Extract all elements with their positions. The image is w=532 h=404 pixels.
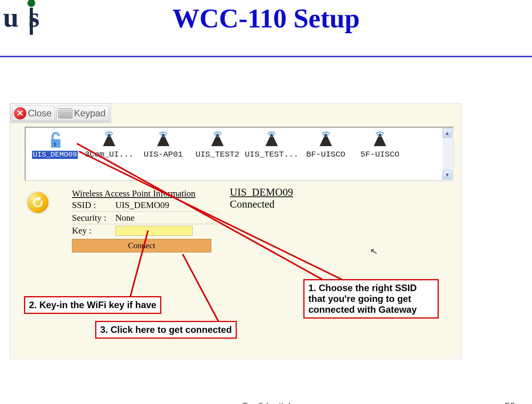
security-row: Security : None bbox=[72, 213, 219, 224]
callout-line-3 bbox=[182, 254, 219, 322]
ssid-value: UIS_DEMO09 bbox=[115, 200, 169, 210]
access-point-icon bbox=[154, 131, 173, 149]
ssid-item[interactable]: 5F-UISCO bbox=[353, 131, 407, 177]
scroll-down-icon[interactable]: ▼ bbox=[443, 170, 452, 179]
ssid-selected-label: UIS_DEMO09 bbox=[32, 151, 78, 159]
slide-header: u s WCC-110 Setup bbox=[0, 0, 532, 50]
keyboard-icon bbox=[58, 108, 72, 118]
scrollbar[interactable]: ▲ ▼ bbox=[443, 128, 452, 179]
info-title: Wireless Access Point Information bbox=[72, 189, 219, 199]
callout-2: 2. Key-in the WiFi key if have bbox=[24, 296, 161, 314]
ssid-item[interactable]: UIS_TEST2 bbox=[190, 131, 245, 177]
ssid-label: BF-UISCO bbox=[306, 150, 346, 159]
page-number: 58 bbox=[505, 401, 515, 404]
wifi-key-input[interactable] bbox=[115, 226, 193, 236]
app-screenshot: ✕ Close Keypad UIS_DEMO09 3Com_UI... UIS… bbox=[10, 104, 461, 359]
callout-3: 3. Click here to get connected bbox=[95, 321, 237, 339]
scroll-up-icon[interactable]: ▲ bbox=[443, 128, 452, 138]
close-button[interactable]: ✕ Close bbox=[12, 106, 55, 121]
cursor-icon: ↖ bbox=[369, 245, 379, 257]
keypad-button[interactable]: Keypad bbox=[56, 106, 109, 121]
access-point-icon bbox=[208, 131, 227, 149]
close-label: Close bbox=[28, 108, 51, 119]
ssid-label: UIS_TEST... bbox=[245, 150, 299, 159]
key-row: Key : bbox=[72, 226, 219, 237]
ssid-item[interactable]: BF-UISCO bbox=[299, 131, 353, 177]
unlocked-icon bbox=[46, 131, 64, 149]
ssid-item-selected[interactable]: UIS_DEMO09 bbox=[28, 131, 82, 177]
security-label: Security : bbox=[72, 213, 111, 223]
access-point-icon bbox=[100, 131, 118, 149]
ssid-item[interactable]: 3Com_UI... bbox=[82, 131, 136, 177]
close-icon: ✕ bbox=[14, 107, 26, 119]
ssid-item[interactable]: UIS_TEST... bbox=[245, 131, 299, 177]
refresh-button[interactable] bbox=[26, 191, 50, 214]
refresh-icon bbox=[31, 196, 45, 210]
ssid-item[interactable]: UIS-AP01 bbox=[136, 131, 190, 177]
access-point-icon bbox=[371, 131, 389, 149]
access-point-icon bbox=[262, 131, 281, 149]
title-rule bbox=[0, 56, 532, 57]
callout-1: 1. Choose the right SSID that you're goi… bbox=[303, 279, 439, 319]
connection-status: UIS_DEMO09 Connected bbox=[230, 186, 293, 210]
ssid-label: UIS-AP01 bbox=[144, 150, 183, 159]
page-title: WCC-110 Setup bbox=[0, 3, 532, 34]
status-state: Connected bbox=[230, 198, 293, 210]
ssid-list: UIS_DEMO09 3Com_UI... UIS-AP01 UIS_TEST2… bbox=[25, 127, 453, 181]
keypad-label: Keypad bbox=[74, 108, 105, 119]
ssid-label: SSID : bbox=[72, 200, 111, 210]
confidential-label: Confidential bbox=[241, 401, 291, 404]
access-point-icon bbox=[316, 131, 335, 149]
ssid-label: 5F-UISCO bbox=[361, 150, 400, 159]
ssid-label: UIS_TEST2 bbox=[195, 150, 239, 159]
app-toolbar: ✕ Close Keypad bbox=[10, 104, 111, 123]
security-value: None bbox=[115, 213, 135, 223]
status-ssid: UIS_DEMO09 bbox=[230, 186, 293, 198]
key-label: Key : bbox=[72, 226, 111, 236]
